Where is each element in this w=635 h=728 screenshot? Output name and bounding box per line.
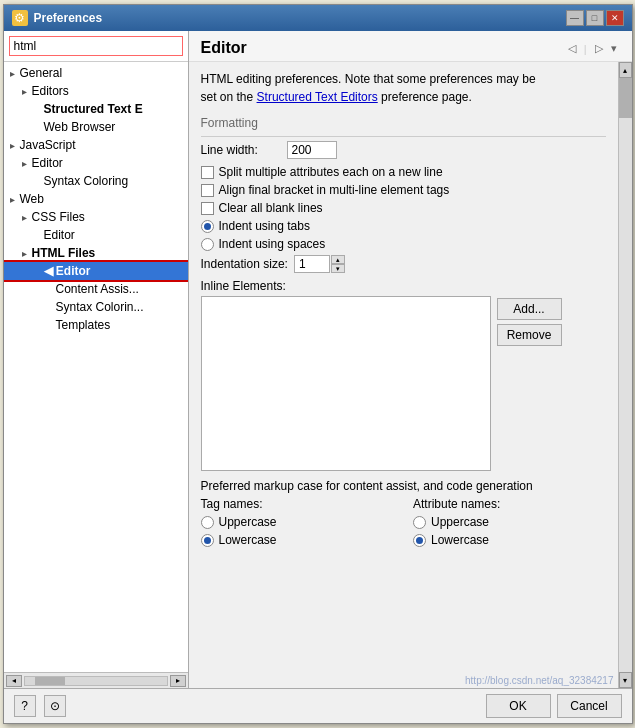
tree-label-css-files: CSS Files — [32, 210, 85, 224]
content-area: ▸ General ▸ Editors Structured Text E We… — [4, 31, 632, 688]
hscroll-left-btn[interactable]: ◂ — [6, 675, 22, 687]
cancel-button[interactable]: Cancel — [557, 694, 622, 718]
spinner-down-btn[interactable]: ▾ — [331, 264, 345, 273]
toggle-javascript: ▸ — [6, 138, 20, 152]
tree-label-javascript: JavaScript — [20, 138, 76, 152]
tag-uppercase-radio[interactable] — [201, 516, 214, 529]
tree-item-html-files[interactable]: ▸ HTML Files — [4, 244, 188, 262]
vscroll-down-btn[interactable]: ▾ — [619, 672, 632, 688]
attr-lowercase-radio[interactable] — [413, 534, 426, 547]
tree-item-web-browser[interactable]: Web Browser — [4, 118, 188, 136]
title-bar: ⚙ Preferences — □ ✕ — [4, 5, 632, 31]
minimize-button[interactable]: — — [566, 10, 584, 26]
search-input[interactable] — [9, 36, 183, 56]
tag-lowercase-row: Lowercase — [201, 533, 394, 547]
line-width-label: Line width: — [201, 143, 281, 157]
toggle-syntax-coloring — [30, 174, 44, 188]
split-attrs-checkbox[interactable] — [201, 166, 214, 179]
indent-spaces-label: Indent using spaces — [219, 237, 326, 251]
tree-label-content-assist: Content Assis... — [56, 282, 139, 296]
toggle-structured-text — [30, 102, 44, 116]
tree-item-structured-text[interactable]: Structured Text E — [4, 100, 188, 118]
footer-left: ? ⊙ — [14, 695, 66, 717]
remove-element-btn[interactable]: Remove — [497, 324, 562, 346]
tree-item-javascript[interactable]: ▸ JavaScript — [4, 136, 188, 154]
tree-item-syntax-coloring[interactable]: Syntax Coloring — [4, 172, 188, 190]
clear-blank-checkbox[interactable] — [201, 202, 214, 215]
inline-elements-label: Inline Elements: — [201, 279, 606, 293]
toggle-web-browser — [30, 120, 44, 134]
attr-names-label: Attribute names: — [413, 497, 606, 511]
defaults-btn[interactable]: ⊙ — [44, 695, 66, 717]
toggle-syntax-coloring2 — [42, 300, 56, 314]
description-text: HTML editing preferences. Note that some… — [201, 70, 606, 106]
toggle-templates — [42, 318, 56, 332]
hscroll-thumb — [35, 677, 65, 685]
attr-uppercase-radio[interactable] — [413, 516, 426, 529]
inline-elements-list[interactable] — [201, 296, 491, 471]
toggle-web: ▸ — [6, 192, 20, 206]
tag-lowercase-radio[interactable] — [201, 534, 214, 547]
preferred-markup-label: Preferred markup case for content assist… — [201, 479, 606, 493]
tree-label-general: General — [20, 66, 63, 80]
tree-item-html-editor[interactable]: ◀ Editor — [4, 262, 188, 280]
structured-text-editors-link[interactable]: Structured Text Editors — [257, 90, 378, 104]
indent-size-input[interactable] — [294, 255, 330, 273]
add-element-btn[interactable]: Add... — [497, 298, 562, 320]
window-title: Preferences — [34, 11, 103, 25]
indent-tabs-label: Indent using tabs — [219, 219, 310, 233]
tree-label-web: Web — [20, 192, 44, 206]
tree-item-css-files[interactable]: ▸ CSS Files — [4, 208, 188, 226]
tag-lowercase-label: Lowercase — [219, 533, 277, 547]
footer-right: OK Cancel — [486, 694, 622, 718]
tree-label-structured-text: Structured Text E — [44, 102, 143, 116]
tree-item-css-editor[interactable]: Editor — [4, 226, 188, 244]
vscroll-track — [619, 78, 632, 672]
toggle-css-editor — [30, 228, 44, 242]
spinner-up-btn[interactable]: ▴ — [331, 255, 345, 264]
inline-list-container: Add... Remove — [201, 296, 606, 471]
nav-back-btn[interactable]: ◁ — [565, 41, 579, 56]
split-attrs-label: Split multiple attributes each on a new … — [219, 165, 443, 179]
tree-item-syntax-coloring2[interactable]: Syntax Colorin... — [4, 298, 188, 316]
attr-uppercase-label: Uppercase — [431, 515, 489, 529]
close-button[interactable]: ✕ — [606, 10, 624, 26]
indent-tabs-radio[interactable] — [201, 220, 214, 233]
help-btn[interactable]: ? — [14, 695, 36, 717]
preferred-markup-section: Preferred markup case for content assist… — [201, 479, 606, 551]
right-header: Editor ◁ | ▷ ▾ — [189, 31, 632, 62]
toggle-general: ▸ — [6, 66, 20, 80]
nav-forward-btn[interactable]: ▷ — [592, 41, 606, 56]
footer: ? ⊙ OK Cancel — [4, 688, 632, 723]
vscroll-up-btn[interactable]: ▴ — [619, 62, 632, 78]
tree-item-content-assist[interactable]: Content Assis... — [4, 280, 188, 298]
tree-item-js-editor[interactable]: ▸ Editor — [4, 154, 188, 172]
tag-uppercase-row: Uppercase — [201, 515, 394, 529]
toggle-js-editor: ▸ — [18, 156, 32, 170]
ok-button[interactable]: OK — [486, 694, 551, 718]
attr-lowercase-label: Lowercase — [431, 533, 489, 547]
right-body: HTML editing preferences. Note that some… — [189, 62, 618, 688]
tree-item-web[interactable]: ▸ Web — [4, 190, 188, 208]
indent-tabs-row: Indent using tabs — [201, 219, 606, 233]
app-icon: ⚙ — [12, 10, 28, 26]
indent-spaces-radio[interactable] — [201, 238, 214, 251]
toggle-css-files: ▸ — [18, 210, 32, 224]
indent-size-row: Indentation size: ▴ ▾ — [201, 255, 606, 273]
toggle-html-editor — [30, 264, 44, 278]
align-bracket-label: Align final bracket in multi-line elemen… — [219, 183, 450, 197]
search-box — [4, 31, 188, 62]
tree-item-templates[interactable]: Templates — [4, 316, 188, 334]
line-width-input[interactable] — [287, 141, 337, 159]
nav-dropdown-btn[interactable]: ▾ — [608, 41, 620, 56]
tree-item-editors[interactable]: ▸ Editors — [4, 82, 188, 100]
line-width-row: Line width: — [201, 141, 606, 159]
panel-title: Editor — [201, 39, 247, 57]
align-bracket-checkbox[interactable] — [201, 184, 214, 197]
vscroll-thumb — [619, 78, 632, 118]
tree-item-general[interactable]: ▸ General — [4, 64, 188, 82]
clear-blank-row: Clear all blank lines — [201, 201, 606, 215]
clear-blank-label: Clear all blank lines — [219, 201, 323, 215]
maximize-button[interactable]: □ — [586, 10, 604, 26]
hscroll-right-btn[interactable]: ▸ — [170, 675, 186, 687]
